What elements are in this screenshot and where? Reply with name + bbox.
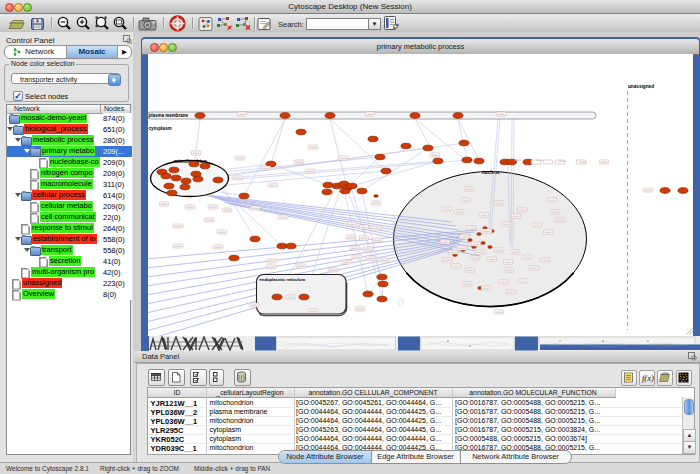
svg-text:endoplasmic reticulum: endoplasmic reticulum bbox=[260, 277, 306, 282]
svg-text:nucleus: nucleus bbox=[482, 170, 500, 175]
svg-text:cytoplasm: cytoplasm bbox=[149, 126, 172, 131]
svg-text:unassigned: unassigned bbox=[628, 84, 654, 89]
svg-text:f(x): f(x) bbox=[642, 373, 654, 383]
svg-text:plasma membrane: plasma membrane bbox=[149, 113, 189, 118]
